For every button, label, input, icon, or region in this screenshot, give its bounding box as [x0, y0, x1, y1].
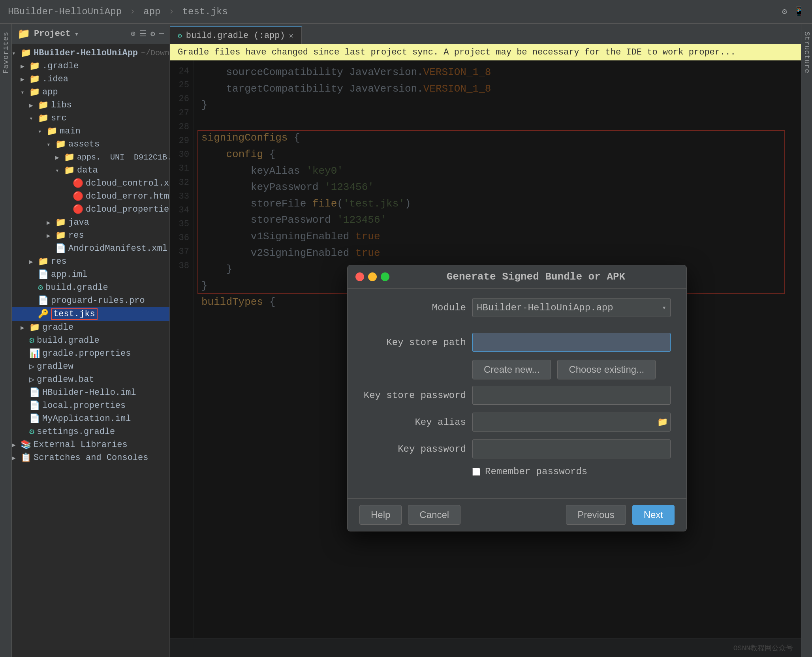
tree-item-gradle-dir[interactable]: ▶ 📁 gradle [12, 321, 169, 334]
tree-item-res-main[interactable]: ▶ 📁 res [12, 229, 169, 242]
chevron-down-icon: ▾ [74, 30, 79, 38]
key-alias-select[interactable]: 📁 [472, 413, 671, 432]
tree-item-local-properties[interactable]: ▶ 📄 local.properties [12, 399, 169, 412]
tree-item-scratches[interactable]: ▶ 📋 Scratches and Consoles [12, 451, 169, 464]
next-button[interactable]: Next [632, 505, 675, 525]
settings-icon[interactable]: ⚙ [150, 29, 155, 39]
tab-close-icon[interactable]: ✕ [289, 31, 293, 40]
folder-icon: 📁 [17, 28, 30, 40]
help-button[interactable]: Help [359, 505, 402, 525]
breadcrumb: HBuilder-HelloUniApp › app › test.jks [8, 6, 228, 17]
left-vtabs: Favorites [0, 24, 12, 657]
notification-bar: Gradle files have changed since last pro… [170, 44, 801, 60]
tree-item-gradle-properties[interactable]: ▶ 📊 gradle.properties [12, 347, 169, 360]
remember-passwords-checkbox[interactable] [472, 468, 480, 476]
tree-item-libs[interactable]: ▶ 📁 libs [12, 99, 169, 112]
key-store-password-input[interactable] [472, 386, 671, 405]
close-panel-icon[interactable]: — [159, 29, 164, 39]
structure-label: Structure [803, 32, 811, 73]
cancel-button[interactable]: Cancel [408, 505, 461, 525]
notification-text: Gradle files have changed since last pro… [178, 47, 736, 57]
file-tree-title: Project [34, 29, 70, 39]
dialog-footer-left: Help Cancel [359, 505, 461, 525]
tree-item-gradlew-bat[interactable]: ▶ ▷ gradlew.bat [12, 373, 169, 386]
tree-item-data[interactable]: ▾ 📁 data [12, 164, 169, 177]
key-password-input[interactable] [472, 439, 671, 458]
choose-existing-button[interactable]: Choose existing... [557, 360, 656, 379]
tree-item-test-jks[interactable]: ▶ 🔑 test.jks [12, 307, 169, 321]
tab-bar: ⚙ build.gradle (:app) ✕ [170, 24, 801, 44]
remember-passwords-row: Remember passwords [472, 466, 671, 477]
tree-item-dcloud-error[interactable]: ▶ 🔴 dcloud_error.html [12, 190, 169, 203]
editor-area: ⚙ build.gradle (:app) ✕ Gradle files hav… [170, 24, 801, 657]
modal-titlebar: Generate Signed Bundle or APK [348, 265, 686, 289]
tree-item-external-libraries[interactable]: ▶ 📚 External Libraries [12, 438, 169, 451]
device-icon[interactable]: 📱 [793, 6, 804, 17]
tree-item-src[interactable]: ▾ 📁 src [12, 112, 169, 125]
tree-item-apps-uni[interactable]: ▶ 📁 apps.__UNI__D912C1B.www [12, 151, 169, 164]
code-area: 24 25 26 27 28 29 30 31 32 33 34 35 36 3… [170, 60, 801, 657]
top-bar: HBuilder-HelloUniApp › app › test.jks ⚙ … [0, 0, 812, 24]
tree-item-app-iml[interactable]: ▶ 📄 app.iml [12, 268, 169, 281]
tree-item-build-gradle-root[interactable]: ▶ ⚙ build.gradle [12, 334, 169, 347]
tab-gradle-icon: ⚙ [178, 31, 182, 40]
tree-item-assets[interactable]: ▾ 📁 assets [12, 138, 169, 151]
tree-item-idea[interactable]: ▶ 📁 .idea [12, 73, 169, 86]
key-store-password-row: Key store password [363, 386, 671, 405]
key-store-password-label: Key store password [363, 390, 466, 401]
file-tree-actions: ⊕ ☰ ⚙ — [131, 29, 164, 39]
locate-icon[interactable]: ⊕ [131, 29, 135, 39]
tree-item-hbuilder-iml[interactable]: ▶ 📄 HBuilder-Hello.iml [12, 386, 169, 399]
dialog-footer-right: Previous Next [566, 505, 675, 525]
dialog-close-button[interactable] [355, 272, 364, 281]
tree-item-dcloud-properties[interactable]: ▶ 🔴 dcloud_properties.xml [12, 203, 169, 216]
android-sdk-icon[interactable]: ⚙ [782, 6, 787, 17]
dialog-body: Module HBuilder-HelloUniApp.app ▾ Key st… [348, 289, 686, 498]
top-bar-icons: ⚙ 📱 [782, 6, 804, 17]
create-new-button[interactable]: Create new... [472, 360, 551, 379]
tree-item-dcloud-control[interactable]: ▶ 🔴 dcloud_control.xml [12, 177, 169, 190]
file-tree-header: 📁 Project ▾ ⊕ ☰ ⚙ — [12, 24, 169, 44]
tree-item-app[interactable]: ▾ 📁 app [12, 86, 169, 99]
tree-item-main[interactable]: ▾ 📁 main [12, 125, 169, 138]
file-tree-content: ▾ 📁 HBuilder-HelloUniApp ~/Downloads/lat… [12, 44, 169, 657]
module-select[interactable]: HBuilder-HelloUniApp.app ▾ [472, 298, 671, 317]
key-store-path-label: Key store path [363, 337, 466, 348]
key-store-path-row: Key store path [363, 333, 671, 352]
tree-item-androidmanifest[interactable]: ▶ 📄 AndroidManifest.xml [12, 242, 169, 255]
module-row: Module HBuilder-HelloUniApp.app ▾ [363, 298, 671, 317]
module-label: Module [363, 302, 466, 313]
tree-item-gradle[interactable]: ▶ 📁 .gradle [12, 60, 169, 73]
module-value: HBuilder-HelloUniApp.app [477, 302, 662, 313]
keystore-action-buttons: Create new... Choose existing... [472, 360, 671, 379]
tab-build-gradle[interactable]: ⚙ build.gradle (:app) ✕ [170, 26, 302, 44]
key-password-row: Key password [363, 439, 671, 458]
key-alias-label: Key alias [363, 417, 466, 428]
tab-label: build.gradle (:app) [186, 31, 285, 41]
key-alias-browse-icon[interactable]: 📁 [657, 417, 668, 428]
tree-item-res2[interactable]: ▶ 📁 res [12, 255, 169, 268]
dialog-maximize-button[interactable] [381, 272, 389, 281]
remember-passwords-label: Remember passwords [485, 466, 587, 477]
tree-item-myapp-iml[interactable]: ▶ 📄 MyApplication.iml [12, 412, 169, 425]
module-dropdown-icon: ▾ [662, 303, 666, 312]
tree-item-settings-gradle[interactable]: ▶ ⚙ settings.gradle [12, 425, 169, 438]
collapse-icon[interactable]: ☰ [139, 29, 147, 39]
dialog-title: Generate Signed Bundle or APK [393, 271, 679, 283]
previous-button[interactable]: Previous [566, 505, 626, 525]
tree-item-proguard[interactable]: ▶ 📄 proguard-rules.pro [12, 294, 169, 307]
key-alias-row: Key alias 📁 [363, 413, 671, 432]
modal-overlay: Generate Signed Bundle or APK Module HBu… [170, 60, 801, 657]
tree-item-gradlew[interactable]: ▶ ▷ gradlew [12, 360, 169, 373]
dialog-minimize-button[interactable] [368, 272, 377, 281]
file-tree: 📁 Project ▾ ⊕ ☰ ⚙ — ▾ 📁 HBuilder-HelloUn… [12, 24, 170, 657]
key-password-label: Key password [363, 444, 466, 454]
structure-strip: Structure [801, 24, 812, 657]
key-store-path-input[interactable] [472, 333, 671, 352]
dialog-footer: Help Cancel Previous Next [348, 498, 686, 531]
tree-item-java[interactable]: ▶ 📁 java [12, 216, 169, 229]
generate-signed-apk-dialog: Generate Signed Bundle or APK Module HBu… [347, 265, 687, 531]
tree-item-build-gradle-app[interactable]: ▶ ⚙ build.gradle [12, 281, 169, 294]
favorites-tab[interactable]: Favorites [0, 28, 11, 77]
tree-item-hbuilder-root[interactable]: ▾ 📁 HBuilder-HelloUniApp ~/Downloads/lat… [12, 47, 169, 60]
